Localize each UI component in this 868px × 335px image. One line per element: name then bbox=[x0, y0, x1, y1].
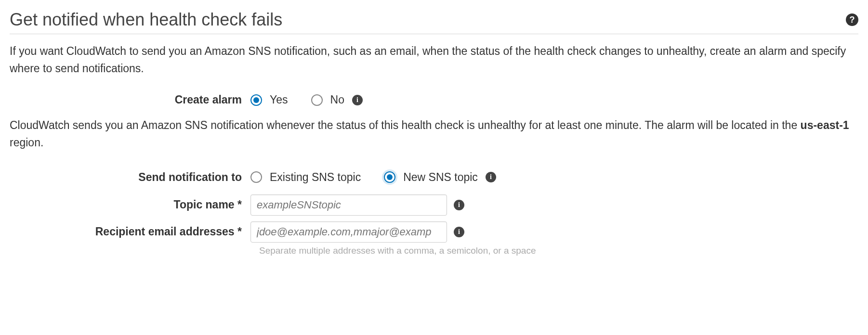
recipient-emails-row: Recipient email addresses * i bbox=[10, 221, 858, 243]
alarm-note-suffix: region. bbox=[10, 136, 43, 149]
alarm-note-region: us-east-1 bbox=[801, 119, 849, 131]
recipient-emails-input[interactable] bbox=[250, 221, 447, 243]
topic-name-row: Topic name * i bbox=[10, 194, 858, 216]
existing-topic-item: Existing SNS topic bbox=[250, 171, 361, 184]
create-alarm-label: Create alarm bbox=[10, 93, 250, 106]
new-topic-label: New SNS topic bbox=[403, 171, 478, 184]
recipient-hint-text: Separate multiple addresses with a comma… bbox=[250, 245, 536, 256]
existing-topic-label: Existing SNS topic bbox=[270, 171, 361, 184]
info-icon[interactable]: i bbox=[454, 200, 464, 210]
page-title: Get notified when health check fails bbox=[10, 10, 282, 30]
send-notification-row: Send notification to Existing SNS topic … bbox=[10, 171, 858, 184]
recipient-hint-row: Separate multiple addresses with a comma… bbox=[10, 245, 858, 256]
new-topic-item: New SNS topic i bbox=[384, 171, 496, 184]
alarm-note: CloudWatch sends you an Amazon SNS notif… bbox=[10, 117, 858, 151]
info-icon[interactable]: i bbox=[486, 172, 496, 182]
create-alarm-yes-radio[interactable] bbox=[250, 94, 262, 106]
create-alarm-radio-group: Yes No i bbox=[250, 93, 363, 106]
alarm-note-prefix: CloudWatch sends you an Amazon SNS notif… bbox=[10, 119, 801, 131]
send-notification-label: Send notification to bbox=[10, 171, 250, 184]
section-header: Get notified when health check fails ? bbox=[10, 10, 858, 34]
send-notification-radio-group: Existing SNS topic New SNS topic i bbox=[250, 171, 496, 184]
info-icon[interactable]: i bbox=[352, 95, 363, 105]
help-icon[interactable]: ? bbox=[846, 13, 858, 26]
topic-name-input[interactable] bbox=[250, 194, 447, 216]
topic-name-label: Topic name * bbox=[10, 198, 250, 211]
create-alarm-no-label: No bbox=[330, 93, 344, 106]
create-alarm-no-radio[interactable] bbox=[311, 94, 323, 106]
existing-topic-radio[interactable] bbox=[250, 171, 262, 183]
create-alarm-row: Create alarm Yes No i bbox=[10, 93, 858, 106]
recipient-emails-label: Recipient email addresses * bbox=[10, 225, 250, 238]
section-description: If you want CloudWatch to send you an Am… bbox=[10, 43, 858, 77]
create-alarm-yes-label: Yes bbox=[270, 93, 288, 106]
info-icon[interactable]: i bbox=[454, 227, 464, 237]
new-topic-radio[interactable] bbox=[384, 171, 395, 183]
create-alarm-yes-item: Yes bbox=[250, 93, 288, 106]
create-alarm-no-item: No i bbox=[311, 93, 363, 106]
